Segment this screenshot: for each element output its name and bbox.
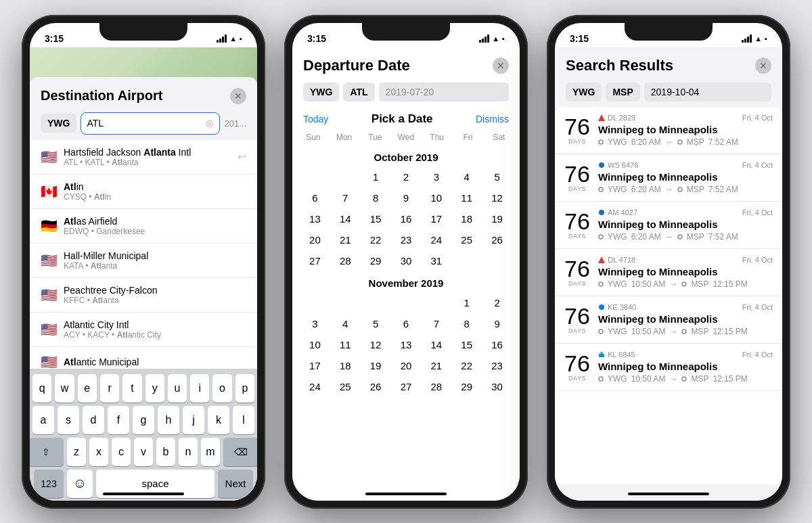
key-u[interactable]: u [168, 374, 187, 403]
nov-day-2[interactable]: 2 [482, 293, 512, 313]
close-button-3[interactable]: ✕ [755, 58, 771, 74]
nov-day-25[interactable]: 25 [331, 377, 360, 396]
oct-day-11[interactable]: 11 [452, 188, 481, 208]
oct-day-7[interactable]: 7 [331, 188, 360, 208]
nov-day-27[interactable]: 27 [392, 377, 421, 396]
oct-day-12[interactable]: 12 [482, 188, 512, 208]
nov-day-21[interactable]: 21 [422, 356, 451, 376]
oct-day-4[interactable]: 4 [452, 167, 481, 187]
nov-day-10[interactable]: 10 [300, 335, 330, 355]
key-y[interactable]: y [145, 374, 164, 403]
oct-day-30[interactable]: 30 [392, 251, 421, 271]
key-shift[interactable]: ⇧ [30, 438, 64, 466]
key-c[interactable]: c [112, 438, 131, 466]
key-x[interactable]: x [89, 438, 108, 466]
key-s[interactable]: s [58, 406, 79, 434]
key-z[interactable]: z [67, 438, 86, 466]
nov-day-17[interactable]: 17 [300, 356, 330, 376]
oct-day-2[interactable]: 2 [392, 167, 421, 187]
key-g[interactable]: g [133, 406, 154, 434]
key-v[interactable]: v [134, 438, 153, 466]
key-f[interactable]: f [108, 406, 129, 434]
nov-day-6[interactable]: 6 [392, 314, 421, 334]
oct-day-15[interactable]: 15 [361, 209, 390, 229]
nov-day-22[interactable]: 22 [452, 356, 481, 376]
key-l[interactable]: l [233, 406, 254, 434]
nov-day-24[interactable]: 24 [300, 377, 330, 396]
nov-day-8[interactable]: 8 [452, 314, 481, 334]
oct-day-31[interactable]: 31 [422, 251, 451, 271]
airport-item-1[interactable]: 🇺🇸 Hartsfield Jackson Atlanta Intl ATL •… [30, 140, 257, 175]
airport-item-4[interactable]: 🇺🇸 Hall-Miller Municipal KATA • Atlanta [30, 244, 257, 278]
nov-day-11[interactable]: 11 [331, 335, 360, 355]
dismiss-button[interactable]: Dismiss [476, 114, 509, 124]
key-e[interactable]: e [78, 374, 97, 403]
search-input-wrapper[interactable]: ATL ⊗ [81, 112, 220, 135]
oct-day-6[interactable]: 6 [300, 188, 330, 208]
nov-day-12[interactable]: 12 [361, 335, 390, 355]
key-d[interactable]: d [83, 406, 104, 434]
nov-day-16[interactable]: 16 [482, 335, 512, 355]
nov-day-20[interactable]: 20 [392, 356, 421, 376]
oct-day-25[interactable]: 25 [452, 230, 481, 250]
nov-day-7[interactable]: 7 [422, 314, 451, 334]
oct-day-26[interactable]: 26 [482, 230, 512, 250]
oct-day-8[interactable]: 8 [361, 188, 390, 208]
close-button-1[interactable]: ✕ [230, 88, 246, 104]
oct-day-16[interactable]: 16 [392, 209, 421, 229]
oct-day-22[interactable]: 22 [361, 230, 390, 250]
nov-day-19[interactable]: 19 [361, 356, 390, 376]
flight-item-3[interactable]: 76 DAYS AM 4027 Fri, 4 Oct Wi [555, 202, 782, 249]
key-next[interactable]: Next [218, 470, 253, 498]
oct-day-14[interactable]: 14 [331, 209, 360, 229]
key-delete[interactable]: ⌫ [223, 438, 257, 466]
key-t[interactable]: t [122, 374, 141, 403]
nov-day-4[interactable]: 4 [331, 314, 360, 334]
nov-day-13[interactable]: 13 [392, 335, 421, 355]
nov-day-23[interactable]: 23 [482, 356, 512, 376]
key-b[interactable]: b [156, 438, 175, 466]
nov-day-1[interactable]: 1 [452, 293, 481, 313]
nov-day-5[interactable]: 5 [361, 314, 390, 334]
today-button[interactable]: Today [303, 114, 328, 124]
oct-day-9[interactable]: 9 [392, 188, 421, 208]
flight-item-1[interactable]: 76 DAYS DL 2829 Fri, 4 Oct Wi [555, 107, 782, 154]
airport-item-3[interactable]: 🇩🇪 Atlas Airfield EDWQ • Ganderkesee [30, 209, 257, 244]
key-j[interactable]: j [183, 406, 204, 434]
oct-day-1[interactable]: 1 [361, 167, 390, 187]
nov-day-14[interactable]: 14 [422, 335, 451, 355]
key-q[interactable]: q [32, 374, 51, 403]
nov-day-30[interactable]: 30 [482, 377, 512, 396]
oct-day-10[interactable]: 10 [422, 188, 451, 208]
nov-day-26[interactable]: 26 [361, 377, 390, 396]
oct-day-20[interactable]: 20 [300, 230, 330, 250]
calendar-scroll[interactable]: October 2019 1 2 3 4 5 6 7 8 [292, 145, 520, 487]
oct-day-28[interactable]: 28 [331, 251, 360, 271]
search-clear-icon[interactable]: ⊗ [205, 117, 214, 130]
key-i[interactable]: i [190, 374, 209, 403]
oct-day-23[interactable]: 23 [392, 230, 421, 250]
oct-day-13[interactable]: 13 [300, 209, 330, 229]
oct-day-3[interactable]: 3 [422, 167, 451, 187]
airport-item-6[interactable]: 🇺🇸 Atlantic City Intl ACY • KACY • Atlan… [30, 313, 257, 347]
key-h[interactable]: h [158, 406, 179, 434]
nov-day-28[interactable]: 28 [422, 377, 451, 396]
flight-item-5[interactable]: 76 DAYS KE 3840 Fri, 4 Oct Wi [555, 296, 782, 344]
key-123[interactable]: 123 [34, 470, 64, 498]
oct-day-24[interactable]: 24 [422, 230, 451, 250]
key-a[interactable]: a [32, 406, 54, 434]
nov-day-3[interactable]: 3 [300, 314, 330, 334]
nov-day-29[interactable]: 29 [452, 377, 481, 396]
oct-day-5[interactable]: 5 [482, 167, 512, 187]
oct-day-19[interactable]: 19 [482, 209, 512, 229]
airport-item-5[interactable]: 🇺🇸 Peachtree City-Falcon KFFC • Atlanta [30, 278, 257, 313]
key-r[interactable]: r [100, 374, 119, 403]
flight-item-6[interactable]: 76 DAYS KL 6845 [555, 344, 782, 391]
airport-item-2[interactable]: 🇨🇦 Atlin CYSQ • Atlin [30, 175, 257, 209]
key-p[interactable]: p [235, 374, 254, 403]
flight-item-2[interactable]: 76 DAYS WS 6476 Fri, 4 Oct Wi [555, 154, 782, 202]
key-w[interactable]: w [55, 374, 74, 403]
oct-day-18[interactable]: 18 [452, 209, 481, 229]
nov-day-9[interactable]: 9 [482, 314, 512, 334]
nov-day-15[interactable]: 15 [452, 335, 481, 355]
